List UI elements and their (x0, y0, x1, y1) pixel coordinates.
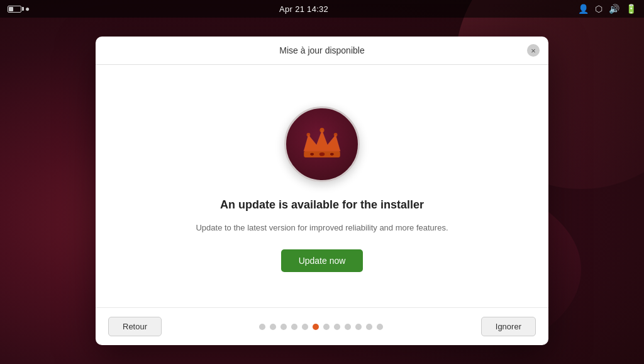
close-button[interactable]: × (527, 44, 540, 57)
dialog-subtext: Update to the latest version for improve… (196, 222, 448, 234)
pagination-dots (259, 324, 383, 330)
pagination-dot-3 (291, 324, 297, 330)
volume-icon: 🔊 (609, 4, 619, 14)
pagination-dot-1 (270, 324, 276, 330)
battery-percent: ● (25, 4, 30, 13)
svg-point-4 (330, 153, 334, 156)
update-dialog: Mise à jour disponible × (96, 37, 548, 345)
network-icon: ⬡ (595, 4, 602, 14)
pagination-dot-11 (377, 324, 383, 330)
pagination-dot-5 (313, 324, 319, 330)
dialog-backdrop: Mise à jour disponible × (0, 18, 644, 364)
topbar-left: ● (8, 4, 30, 13)
dialog-footer: Retour Ignorer (96, 307, 548, 345)
pagination-dot-10 (366, 324, 372, 330)
battery-icon (8, 6, 21, 13)
svg-point-2 (319, 152, 325, 156)
pagination-dot-8 (345, 324, 351, 330)
ignore-button[interactable]: Ignorer (481, 317, 536, 336)
dialog-body: An update is available for the installer… (96, 65, 548, 307)
update-now-button[interactable]: Update now (281, 249, 364, 272)
pagination-dot-2 (280, 324, 287, 330)
crown-icon (299, 125, 345, 163)
pagination-dot-6 (323, 324, 330, 330)
pagination-dot-4 (302, 324, 308, 330)
person-icon: 👤 (578, 4, 589, 14)
dialog-header: Mise à jour disponible × (96, 37, 548, 65)
dialog-heading: An update is available for the installer (220, 198, 424, 212)
pagination-dot-9 (355, 324, 362, 330)
battery-sys-icon: 🔋 (626, 4, 636, 14)
topbar-right: 👤 ⬡ 🔊 🔋 (578, 4, 636, 14)
topbar: ● Apr 21 14:32 👤 ⬡ 🔊 🔋 (0, 0, 644, 18)
back-button[interactable]: Retour (108, 317, 162, 336)
pagination-dot-7 (334, 324, 340, 330)
topbar-datetime: Apr 21 14:32 (279, 4, 328, 14)
pagination-dot-0 (259, 324, 265, 330)
app-icon (284, 106, 360, 182)
svg-point-3 (310, 153, 314, 156)
dialog-title: Mise à jour disponible (279, 45, 364, 55)
